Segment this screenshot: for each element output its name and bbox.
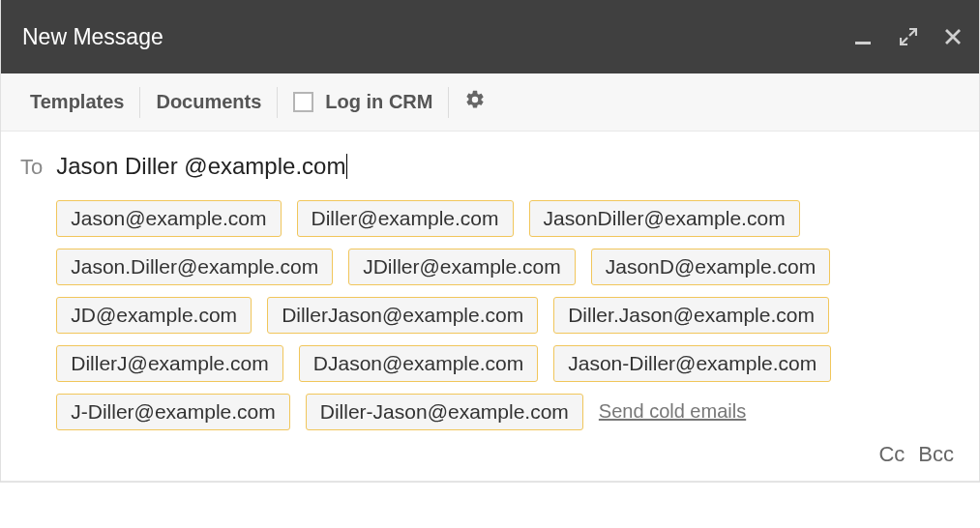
documents-button[interactable]: Documents bbox=[140, 87, 277, 117]
to-label: To bbox=[20, 149, 43, 180]
window-title: New Message bbox=[22, 24, 163, 50]
templates-button[interactable]: Templates bbox=[30, 87, 139, 117]
email-suggestion-chip[interactable]: JasonDiller@example.com bbox=[529, 200, 800, 237]
recipients-row: To Jason Diller @example.com Jason@examp… bbox=[20, 149, 960, 481]
toolbar: Templates Documents Log in CRM bbox=[1, 73, 979, 132]
email-suggestion-chip[interactable]: JasonD@example.com bbox=[591, 249, 830, 285]
titlebar-actions bbox=[853, 27, 962, 46]
email-suggestion-chip[interactable]: JDiller@example.com bbox=[348, 249, 576, 285]
log-in-crm-checkbox[interactable] bbox=[293, 92, 313, 112]
email-suggestion-chip[interactable]: Diller@example.com bbox=[297, 200, 514, 237]
compose-window: New Message Templates Documents bbox=[0, 0, 980, 483]
titlebar: New Message bbox=[1, 0, 979, 73]
log-in-crm-label: Log in CRM bbox=[325, 91, 432, 113]
documents-label: Documents bbox=[156, 91, 261, 113]
bcc-button[interactable]: Bcc bbox=[918, 442, 954, 467]
log-in-crm-toggle[interactable]: Log in CRM bbox=[278, 87, 448, 117]
email-suggestions: Jason@example.comDiller@example.comJason… bbox=[56, 200, 960, 430]
email-suggestion-chip[interactable]: J-Diller@example.com bbox=[56, 394, 290, 430]
close-icon[interactable] bbox=[944, 28, 962, 45]
email-suggestion-chip[interactable]: Jason@example.com bbox=[56, 200, 281, 237]
recipients-content: Jason Diller @example.com Jason@example.… bbox=[56, 149, 960, 481]
email-suggestion-chip[interactable]: Jason-Diller@example.com bbox=[553, 345, 831, 382]
recipients-footer: Cc Bcc bbox=[56, 430, 960, 481]
email-suggestion-chip[interactable]: DillerJ@example.com bbox=[56, 345, 283, 382]
email-suggestion-chip[interactable]: Diller.Jason@example.com bbox=[553, 297, 829, 334]
cc-button[interactable]: Cc bbox=[878, 442, 905, 467]
svg-rect-0 bbox=[855, 42, 871, 44]
compose-body: To Jason Diller @example.com Jason@examp… bbox=[1, 132, 979, 481]
email-suggestion-chip[interactable]: Diller-Jason@example.com bbox=[306, 394, 583, 430]
divider bbox=[1, 481, 979, 482]
expand-icon[interactable] bbox=[900, 28, 917, 45]
email-suggestion-chip[interactable]: DillerJason@example.com bbox=[267, 297, 538, 334]
email-suggestion-chip[interactable]: Jason.Diller@example.com bbox=[56, 249, 333, 285]
settings-button[interactable] bbox=[449, 85, 501, 119]
to-input[interactable]: Jason Diller @example.com bbox=[56, 149, 347, 189]
email-suggestion-chip[interactable]: DJason@example.com bbox=[299, 345, 538, 382]
templates-label: Templates bbox=[30, 91, 124, 113]
email-suggestion-chip[interactable]: JD@example.com bbox=[56, 297, 252, 334]
gear-icon bbox=[464, 89, 486, 115]
send-cold-emails-link[interactable]: Send cold emails bbox=[599, 400, 746, 423]
minimize-icon[interactable] bbox=[853, 27, 873, 46]
